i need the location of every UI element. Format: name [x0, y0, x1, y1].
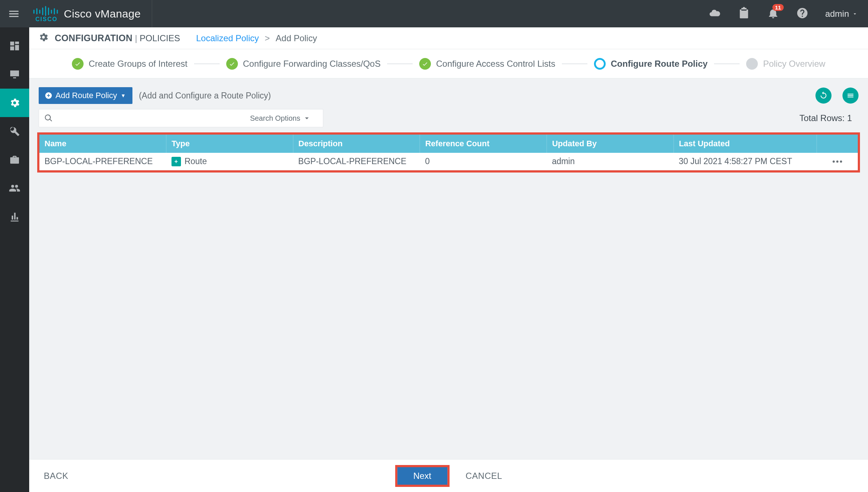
add-button-label: Add Route Policy	[55, 91, 117, 100]
step-groups[interactable]: Create Groups of Interest	[72, 58, 188, 70]
step-label: Create Groups of Interest	[89, 59, 188, 69]
cell-description: BGP-LOCAL-PREFERENCE	[293, 153, 420, 170]
topbar: CISCO Cisco vManage 11 admin	[0, 0, 868, 27]
breadcrumb-link[interactable]: Localized Policy	[196, 33, 259, 43]
left-sidebar	[0, 27, 29, 492]
notifications-button[interactable]: 11	[767, 7, 779, 20]
breadcrumb-current: Add Policy	[276, 33, 317, 43]
col-description[interactable]: Description	[293, 135, 420, 153]
next-button[interactable]: Next	[397, 467, 447, 485]
step-label: Configure Forwarding Classes/QoS	[243, 59, 381, 69]
refresh-icon	[819, 91, 828, 100]
search-input[interactable]	[57, 114, 250, 123]
content-area: + Add Route Policy ▼ (Add and Configure …	[29, 78, 868, 459]
check-icon	[422, 61, 428, 67]
search-options-label: Search Options	[250, 114, 300, 123]
product-name: Cisco vManage	[64, 8, 141, 20]
monitor-icon	[9, 69, 20, 80]
add-route-policy-button[interactable]: + Add Route Policy ▼	[39, 87, 132, 104]
nav-maintenance[interactable]	[0, 146, 29, 174]
briefcase-icon	[9, 154, 20, 166]
help-button[interactable]	[796, 7, 809, 20]
brand: CISCO Cisco vManage	[27, 0, 152, 27]
next-button-highlight: Next	[395, 465, 450, 487]
chevron-down-icon	[852, 11, 858, 17]
clipboard-button[interactable]	[738, 7, 750, 20]
col-name[interactable]: Name	[39, 135, 166, 153]
user-name: admin	[825, 9, 849, 19]
menu-button[interactable]	[842, 88, 859, 104]
nav-monitor[interactable]	[0, 60, 29, 89]
chart-icon	[9, 211, 20, 222]
hamburger-menu[interactable]	[0, 8, 27, 20]
chevron-down-icon: ▼	[121, 93, 126, 98]
clipboard-icon	[738, 7, 750, 19]
subsection-title: POLICIES	[140, 33, 180, 43]
user-menu[interactable]: admin	[825, 9, 858, 19]
col-updatedby[interactable]: Updated By	[547, 135, 674, 153]
gear-icon	[38, 32, 49, 45]
nav-dashboard[interactable]	[0, 32, 29, 60]
users-icon	[9, 182, 20, 194]
col-actions	[817, 135, 858, 153]
refresh-button[interactable]	[815, 88, 832, 104]
search-icon	[44, 114, 53, 123]
svg-text:CISCO: CISCO	[35, 16, 58, 22]
step-route-policy[interactable]: Configure Route Policy	[594, 58, 707, 70]
wizard-footer: BACK Next CANCEL	[29, 459, 868, 492]
gear-icon	[9, 97, 20, 109]
cloud-icon	[709, 7, 721, 19]
cell-lastupdated: 30 Jul 2021 4:58:27 PM CEST	[674, 153, 817, 170]
page-header: CONFIGURATION | POLICIES Localized Polic…	[29, 27, 868, 49]
check-icon	[74, 61, 81, 67]
nav-tools[interactable]	[0, 117, 29, 146]
back-button[interactable]: BACK	[44, 471, 68, 481]
search-box[interactable]: Search Options	[39, 109, 323, 127]
policy-table: Name Type Description Reference Count Up…	[39, 135, 858, 170]
wrench-icon	[9, 125, 20, 137]
wizard-stepper: Create Groups of Interest Configure Forw…	[29, 49, 868, 78]
route-type-icon: +	[171, 157, 181, 166]
col-refcount[interactable]: Reference Count	[420, 135, 547, 153]
cell-name: BGP-LOCAL-PREFERENCE	[39, 153, 166, 170]
policy-table-highlight: Name Type Description Reference Count Up…	[37, 132, 860, 173]
nav-analytics[interactable]	[0, 202, 29, 231]
cisco-logo-icon: CISCO	[32, 6, 59, 22]
hamburger-icon	[8, 8, 20, 20]
nav-configuration[interactable]	[0, 89, 29, 117]
search-options[interactable]: Search Options	[250, 114, 318, 123]
plus-icon: +	[45, 92, 52, 99]
row-actions-button[interactable]	[822, 160, 853, 163]
chevron-down-icon	[302, 114, 311, 123]
step-overview[interactable]: Policy Overview	[746, 58, 825, 70]
cloud-button[interactable]	[709, 7, 721, 20]
col-lastupdated[interactable]: Last Updated	[674, 135, 817, 153]
nav-administration[interactable]	[0, 174, 29, 202]
breadcrumb-sep: >	[265, 33, 270, 43]
dashboard-icon	[9, 40, 20, 52]
cancel-button[interactable]: CANCEL	[466, 471, 502, 481]
total-rows-label: Total Rows: 1	[799, 113, 859, 123]
check-icon	[229, 61, 235, 67]
col-type[interactable]: Type	[166, 135, 293, 153]
cell-type: Route	[185, 156, 207, 166]
cell-updatedby: admin	[547, 153, 674, 170]
step-acl[interactable]: Configure Access Control Lists	[419, 58, 555, 70]
help-icon	[796, 7, 809, 19]
notifications-badge: 11	[772, 4, 784, 11]
cell-refcount: 0	[420, 153, 547, 170]
step-label: Configure Route Policy	[611, 59, 707, 69]
step-label: Policy Overview	[763, 59, 825, 69]
section-title: CONFIGURATION	[55, 33, 132, 43]
table-row[interactable]: BGP-LOCAL-PREFERENCE + Route BGP-LOCAL-P…	[39, 153, 858, 170]
toolbar-hint: (Add and Configure a Route Policy)	[139, 91, 271, 101]
step-label: Configure Access Control Lists	[436, 59, 555, 69]
hamburger-icon	[846, 91, 855, 100]
step-qos[interactable]: Configure Forwarding Classes/QoS	[226, 58, 381, 70]
